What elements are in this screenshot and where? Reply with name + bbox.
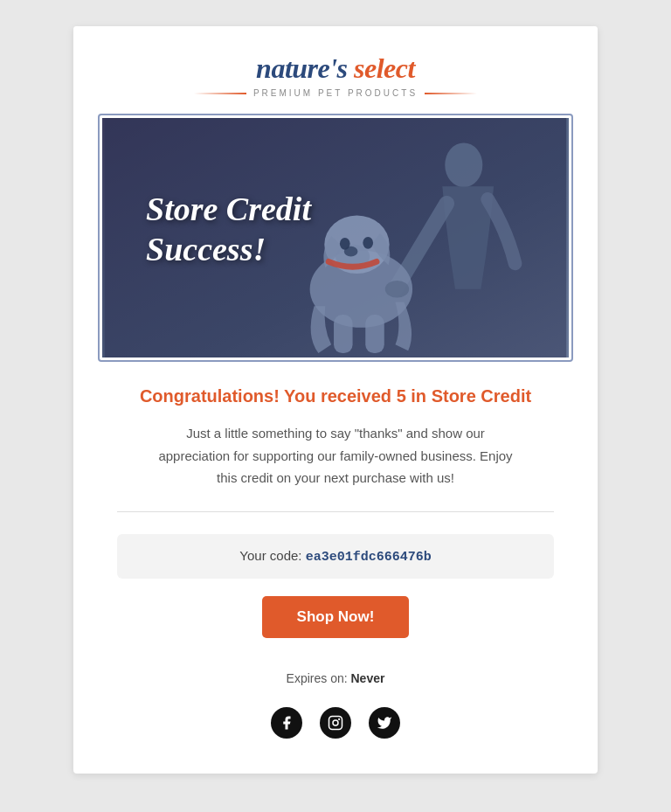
hero-line2: Success!: [146, 230, 311, 270]
tagline-line-right: [425, 93, 477, 94]
hero-text: Store Credit Success!: [146, 190, 311, 269]
hero-line1: Store Credit: [146, 190, 311, 230]
brand-name-part1: nature's: [256, 52, 354, 84]
expires-value: Never: [351, 671, 385, 685]
svg-rect-9: [334, 315, 353, 353]
divider: [117, 511, 554, 512]
shop-now-button[interactable]: Shop Now!: [262, 596, 410, 638]
svg-point-8: [363, 237, 373, 249]
description-text: Just a little something to say "thanks" …: [152, 422, 519, 489]
svg-point-13: [333, 720, 338, 725]
brand-tagline: PREMIUM PET PRODUCTS: [253, 88, 418, 98]
email-container: nature's select PREMIUM PET PRODUCTS: [73, 26, 598, 774]
svg-rect-10: [365, 315, 384, 353]
brand-name: nature's select: [108, 52, 563, 85]
hero-image-wrapper: Store Credit Success!: [73, 115, 598, 360]
facebook-icon[interactable]: [271, 707, 302, 739]
svg-point-7: [340, 238, 350, 250]
svg-point-2: [445, 142, 482, 187]
congrats-text: Congratulations! You received 5 in Store…: [117, 386, 554, 406]
content-area: Congratulations! You received 5 in Store…: [73, 360, 598, 774]
hero-image: Store Credit Success!: [100, 115, 571, 360]
expires-text: Expires on: Never: [117, 671, 554, 685]
brand-name-part2: select: [354, 52, 415, 84]
social-icons: [117, 707, 554, 739]
tagline-line-left: [194, 93, 246, 94]
instagram-icon[interactable]: [320, 707, 351, 739]
svg-rect-12: [329, 716, 342, 729]
code-value: ea3e01fdc666476b: [306, 550, 432, 565]
svg-point-14: [338, 718, 340, 719]
tagline-wrapper: PREMIUM PET PRODUCTS: [108, 88, 563, 98]
expires-label: Expires on:: [287, 671, 351, 685]
svg-point-11: [385, 281, 409, 298]
code-box: Your code: ea3e01fdc666476b: [117, 534, 554, 579]
email-header: nature's select PREMIUM PET PRODUCTS: [73, 26, 598, 115]
twitter-icon[interactable]: [369, 707, 400, 739]
code-label: Your code:: [239, 548, 305, 563]
